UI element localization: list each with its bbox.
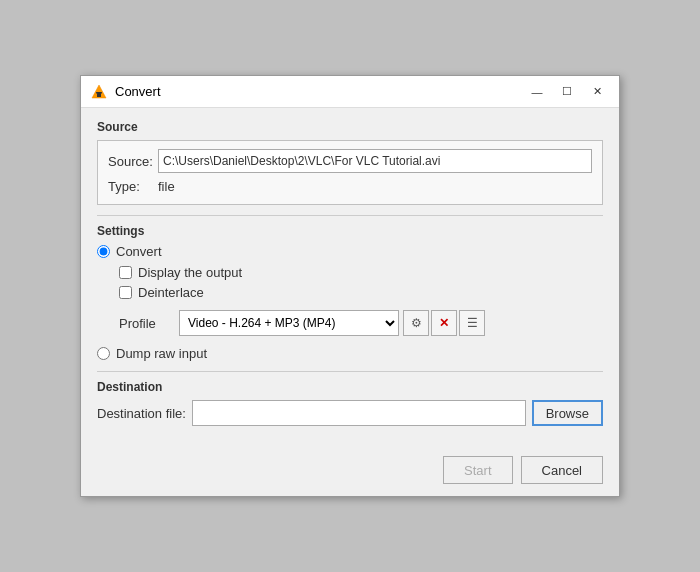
svg-rect-1 <box>97 93 101 97</box>
profile-select[interactable]: Video - H.264 + MP3 (MP4) Video - H.265 … <box>179 310 399 336</box>
dialog-footer: Start Cancel <box>81 448 619 496</box>
divider-2 <box>97 371 603 372</box>
list-icon: ☰ <box>467 316 478 330</box>
deinterlace-row: Deinterlace <box>119 285 603 300</box>
source-input[interactable] <box>158 149 592 173</box>
dialog-content: Source Source: Type: file Settings Conve… <box>81 108 619 448</box>
convert-dialog: Convert — ☐ ✕ Source Source: Type: file … <box>80 75 620 497</box>
source-label: Source: <box>108 154 158 169</box>
delete-icon: ✕ <box>439 316 449 330</box>
app-icon <box>89 82 109 102</box>
destination-label: Destination <box>97 380 603 394</box>
close-button[interactable]: ✕ <box>583 81 611 103</box>
display-output-checkbox[interactable] <box>119 266 132 279</box>
browse-button[interactable]: Browse <box>532 400 603 426</box>
divider-1 <box>97 215 603 216</box>
profile-action-buttons: ⚙ ✕ ☰ <box>403 310 485 336</box>
profile-label: Profile <box>119 316 179 331</box>
dump-radio-row: Dump raw input <box>97 346 603 361</box>
source-type-row: Type: file <box>108 179 592 194</box>
display-output-label[interactable]: Display the output <box>138 265 242 280</box>
type-value: file <box>158 179 175 194</box>
profile-delete-button[interactable]: ✕ <box>431 310 457 336</box>
title-bar: Convert — ☐ ✕ <box>81 76 619 108</box>
settings-label: Settings <box>97 224 603 238</box>
profile-settings-button[interactable]: ⚙ <box>403 310 429 336</box>
profile-list-button[interactable]: ☰ <box>459 310 485 336</box>
maximize-button[interactable]: ☐ <box>553 81 581 103</box>
deinterlace-label[interactable]: Deinterlace <box>138 285 204 300</box>
destination-file-row: Destination file: Browse <box>97 400 603 426</box>
window-title: Convert <box>115 84 523 99</box>
convert-radio-label[interactable]: Convert <box>116 244 162 259</box>
source-section-label: Source <box>97 120 603 134</box>
source-group: Source: Type: file <box>97 140 603 205</box>
settings-section: Settings Convert Display the output Dein… <box>97 224 603 361</box>
deinterlace-checkbox[interactable] <box>119 286 132 299</box>
destination-section: Destination Destination file: Browse <box>97 380 603 426</box>
svg-rect-2 <box>96 92 102 94</box>
dest-file-input[interactable] <box>192 400 526 426</box>
minimize-button[interactable]: — <box>523 81 551 103</box>
convert-radio-row: Convert <box>97 244 603 259</box>
dump-radio[interactable] <box>97 347 110 360</box>
source-path-row: Source: <box>108 149 592 173</box>
convert-options: Display the output Deinterlace <box>119 265 603 300</box>
dump-radio-label[interactable]: Dump raw input <box>116 346 207 361</box>
display-output-row: Display the output <box>119 265 603 280</box>
start-button[interactable]: Start <box>443 456 512 484</box>
window-controls: — ☐ ✕ <box>523 81 611 103</box>
dest-file-label: Destination file: <box>97 406 186 421</box>
cancel-button[interactable]: Cancel <box>521 456 603 484</box>
profile-row: Profile Video - H.264 + MP3 (MP4) Video … <box>119 310 603 336</box>
convert-radio[interactable] <box>97 245 110 258</box>
type-label: Type: <box>108 179 158 194</box>
wrench-icon: ⚙ <box>411 316 422 330</box>
